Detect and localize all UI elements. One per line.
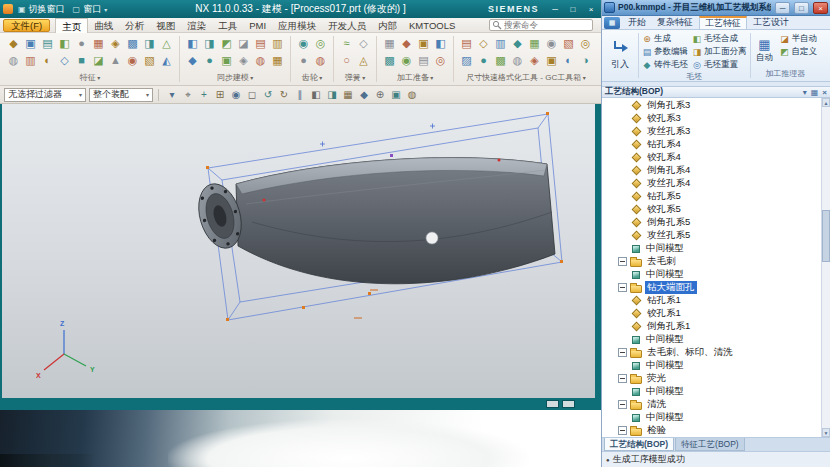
- ribbon-tool-icon[interactable]: ▤: [39, 35, 56, 52]
- tree-item-15[interactable]: 钻大端面孔: [602, 281, 820, 294]
- ribbon-tool-icon[interactable]: ◨: [141, 35, 158, 52]
- selection-scope-dropdown[interactable]: 整个装配 ▾: [89, 88, 153, 102]
- ribbon-tool-icon[interactable]: ◆: [184, 52, 201, 69]
- tree-item-5[interactable]: 铰孔系4: [602, 151, 820, 164]
- nx-menu-tab-6[interactable]: 工具: [212, 18, 243, 33]
- ribbon-tool-icon[interactable]: ◈: [526, 52, 543, 69]
- ribbon-tool-icon[interactable]: ◪: [235, 35, 252, 52]
- ribbon-tool-icon[interactable]: ◩: [218, 35, 235, 52]
- selection-tool-icon-16[interactable]: ◍: [404, 87, 420, 103]
- blank-button-c2-3[interactable]: ◎毛坯重置: [691, 59, 748, 71]
- ribbon-tool-icon[interactable]: ▥: [492, 35, 509, 52]
- tree-item-23[interactable]: 中间模型: [602, 385, 820, 398]
- ribbon-group-label[interactable]: 加工准备 ▾: [381, 72, 449, 84]
- inference-button-1[interactable]: ◪半自动: [779, 33, 819, 45]
- ribbon-tool-icon[interactable]: ◈: [235, 52, 252, 69]
- nx-menu-tab-1[interactable]: 主页: [55, 18, 88, 33]
- selection-tool-icon-1[interactable]: ▾: [164, 87, 180, 103]
- tree-item-19[interactable]: 中间模型: [602, 333, 820, 346]
- ribbon-tool-icon[interactable]: ◨: [201, 35, 218, 52]
- tree-item-14[interactable]: 中间模型: [602, 268, 820, 281]
- ribbon-tool-icon[interactable]: ○: [338, 52, 355, 69]
- ribbon-tool-icon[interactable]: ●: [201, 52, 218, 69]
- ribbon-tool-icon[interactable]: △: [158, 35, 175, 52]
- selection-tool-icon-8[interactable]: ↻: [276, 87, 292, 103]
- selection-tool-icon-4[interactable]: ⊞: [212, 87, 228, 103]
- ribbon-tool-icon[interactable]: ◧: [184, 35, 201, 52]
- selection-tool-icon-15[interactable]: ▣: [388, 87, 404, 103]
- ribbon-tool-icon[interactable]: ▤: [415, 52, 432, 69]
- ribbon-tool-icon[interactable]: ●: [73, 35, 90, 52]
- selection-tool-icon-5[interactable]: ◉: [228, 87, 244, 103]
- ribbon-tool-icon[interactable]: ▲: [107, 52, 124, 69]
- ribbon-tool-icon[interactable]: ▥: [22, 52, 39, 69]
- tree-item-2[interactable]: 铰孔系3: [602, 112, 820, 125]
- ribbon-tool-icon[interactable]: ◆: [398, 35, 415, 52]
- ribbon-tool-icon[interactable]: ◧: [432, 35, 449, 52]
- hole-feature[interactable]: [426, 232, 438, 244]
- tree-item-4[interactable]: 钻孔系4: [602, 138, 820, 151]
- import-button[interactable]: 引入: [603, 32, 637, 79]
- selection-filter-dropdown[interactable]: 无选择过滤器 ▾: [4, 88, 86, 102]
- ribbon-tool-icon[interactable]: ◭: [158, 52, 175, 69]
- scrollbar-thumb[interactable]: [822, 210, 830, 262]
- ribbon-tool-icon[interactable]: ◉: [295, 35, 312, 52]
- ribbon-group-label[interactable]: 同步建模 ▾: [184, 72, 286, 84]
- ribbon-tool-icon[interactable]: ▩: [124, 35, 141, 52]
- capp-tab-4[interactable]: 工艺设计: [748, 16, 794, 29]
- tree-item-11[interactable]: 攻丝孔系5: [602, 229, 820, 242]
- nx-menu-tab-2[interactable]: 曲线: [88, 18, 119, 33]
- ribbon-tool-icon[interactable]: ▤: [252, 35, 269, 52]
- blank-button-c2-2[interactable]: ◨加工面分离: [691, 46, 748, 58]
- capp-tab-3[interactable]: 工艺特征: [699, 16, 747, 29]
- capp-maximize-button[interactable]: □: [794, 2, 809, 14]
- capp-minimize-button[interactable]: ─: [775, 2, 790, 14]
- ribbon-tool-icon[interactable]: ◇: [56, 52, 73, 69]
- selection-tool-icon-10[interactable]: ◧: [308, 87, 324, 103]
- selection-tool-icon-14[interactable]: ⊕: [372, 87, 388, 103]
- tree-item-3[interactable]: 攻丝孔系3: [602, 125, 820, 138]
- ribbon-tool-icon[interactable]: ▨: [458, 52, 475, 69]
- minimized-dialog-button-1[interactable]: [546, 400, 559, 408]
- ribbon-tool-icon[interactable]: ◇: [355, 35, 372, 52]
- tree-item-26[interactable]: 检验: [602, 424, 820, 437]
- ribbon-tool-icon[interactable]: ●: [295, 52, 312, 69]
- ribbon-tool-icon[interactable]: ◍: [5, 52, 22, 69]
- ribbon-tool-icon[interactable]: ◎: [312, 35, 329, 52]
- nx-close-button[interactable]: ×: [583, 3, 599, 16]
- tree-item-16[interactable]: 钻孔系1: [602, 294, 820, 307]
- capp-menu-button[interactable]: ▦: [604, 17, 620, 29]
- ribbon-tool-icon[interactable]: ▧: [141, 52, 158, 69]
- nx-minimize-button[interactable]: ─: [547, 3, 563, 16]
- search-input[interactable]: [502, 20, 586, 30]
- nx-menu-tab-9[interactable]: 开发人员: [322, 18, 372, 33]
- capp-app-icon[interactable]: [604, 2, 615, 13]
- ribbon-tool-icon[interactable]: ▦: [269, 52, 286, 69]
- inference-button-2[interactable]: ◩自定义: [779, 46, 819, 58]
- selection-tool-icon-12[interactable]: ▦: [340, 87, 356, 103]
- tree-item-18[interactable]: 倒角孔系1: [602, 320, 820, 333]
- blank-button-c1-2[interactable]: ▤参数编辑: [641, 46, 689, 58]
- ribbon-tool-icon[interactable]: ▩: [381, 52, 398, 69]
- tree-item-22[interactable]: 荧光: [602, 372, 820, 385]
- ribbon-group-label[interactable]: 特征 ▾: [5, 72, 175, 84]
- ribbon-tool-icon[interactable]: ◈: [107, 35, 124, 52]
- ribbon-tool-icon[interactable]: ◪: [90, 52, 107, 69]
- auto-button[interactable]: ▦自动: [752, 32, 778, 69]
- ribbon-tool-icon[interactable]: ■: [73, 52, 90, 69]
- minimized-dialog-button-2[interactable]: [562, 400, 575, 408]
- panel-bottom-tab-2[interactable]: 特征工艺(BOP): [675, 438, 745, 451]
- ribbon-tool-icon[interactable]: ≈: [338, 35, 355, 52]
- ribbon-tool-icon[interactable]: ◉: [398, 52, 415, 69]
- tree-expander[interactable]: [618, 400, 627, 409]
- tree-item-9[interactable]: 铰孔系5: [602, 203, 820, 216]
- ribbon-tool-icon[interactable]: ◉: [543, 35, 560, 52]
- blank-button-c2-1[interactable]: ◧毛坯合成: [691, 33, 748, 45]
- ribbon-tool-icon[interactable]: ◧: [56, 35, 73, 52]
- selection-tool-icon-6[interactable]: ◻: [244, 87, 260, 103]
- command-search-box[interactable]: [489, 19, 593, 31]
- tree-item-8[interactable]: 钻孔系5: [602, 190, 820, 203]
- tree-expander[interactable]: [618, 348, 627, 357]
- ribbon-group-label[interactable]: 弹簧 ▾: [338, 72, 372, 84]
- ribbon-tool-icon[interactable]: ◆: [509, 35, 526, 52]
